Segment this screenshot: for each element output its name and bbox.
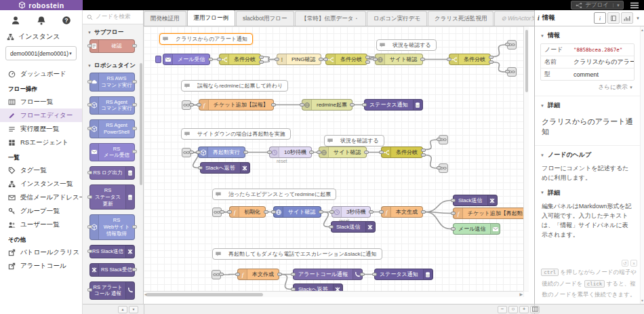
output-port[interactable] (132, 80, 137, 83)
input-port[interactable] (451, 199, 456, 202)
input-port[interactable] (87, 127, 92, 130)
flow-node[interactable]: 条件分岐 (449, 54, 491, 65)
output-port[interactable] (132, 44, 137, 47)
flow-node[interactable]: Slack送信 (331, 221, 376, 233)
flow-tab[interactable]: slackbot用フロー (236, 11, 294, 26)
input-port[interactable] (379, 151, 384, 154)
deploy-button[interactable]: デプロイ ▼ (571, 1, 624, 9)
output-port[interactable] (132, 225, 137, 229)
link-in-node[interactable] (212, 208, 222, 217)
input-port[interactable] (275, 58, 279, 61)
sidebar-item-tag[interactable]: タグ一覧 (0, 163, 82, 177)
output-port[interactable] (264, 210, 268, 214)
link-out-node[interactable] (507, 67, 517, 77)
input-port[interactable] (87, 171, 92, 174)
palette-node[interactable]: RS メール受信 (89, 143, 135, 162)
section-info-header[interactable]: ▼ 情報 (535, 26, 640, 43)
output-port-2[interactable] (421, 153, 426, 157)
flow-tab[interactable]: ロボコン実行デモ (367, 11, 427, 26)
input-port[interactable] (217, 58, 222, 61)
output-port[interactable] (309, 151, 314, 154)
instance-select[interactable]: demo0001(demo0001) ▼ (5, 46, 77, 60)
input-port[interactable] (437, 166, 441, 170)
input-port[interactable] (87, 250, 92, 253)
input-port[interactable] (227, 210, 232, 214)
canvas-hscrollbar[interactable]: ◀ ▶ (144, 291, 523, 297)
canvas-vscrollbar[interactable] (523, 26, 529, 291)
comment-node[interactable]: 再起動してもダメなら電話でエスカレーション&slackに通知 (212, 248, 382, 260)
input-port[interactable] (379, 210, 384, 214)
user-icon[interactable] (11, 16, 20, 25)
flow-tab[interactable]: 【常時】伝票データ・ (295, 11, 366, 26)
sidebar-item-external[interactable]: アラートコール (0, 259, 82, 273)
flow-node[interactable]: 3秒待機reset (331, 206, 371, 218)
palette-scrollbar[interactable] (140, 63, 142, 185)
flow-tab[interactable]: クラリス死活監視用 (428, 11, 494, 26)
sidebar-item-key[interactable]: グループ一覧 (0, 204, 82, 218)
hint-close-icon[interactable]: × (630, 260, 637, 267)
flow-node[interactable]: ステータス通知 (364, 99, 423, 111)
flow-tab[interactable]: 運用フロー例 (187, 10, 235, 26)
output-port[interactable] (350, 103, 355, 106)
tab-debug-chart-icon[interactable] (621, 12, 633, 24)
zoom-reset-button[interactable]: ○ (508, 306, 518, 313)
input-port[interactable] (362, 103, 367, 106)
info-panel-scrollbar[interactable]: ▲▼ (640, 26, 644, 304)
input-port[interactable] (271, 210, 276, 214)
section-detail-header[interactable]: ▼ 詳細 (535, 96, 640, 113)
output-port[interactable] (132, 103, 137, 106)
flow-node[interactable]: サイト確認 (319, 146, 367, 158)
section-help-detail-header[interactable]: ▼ 詳細 (535, 187, 640, 201)
input-port[interactable] (198, 166, 203, 170)
input-port[interactable] (300, 103, 304, 106)
main-menu-button[interactable] (630, 2, 639, 9)
output-port[interactable] (132, 268, 137, 271)
hint-cycle-icon[interactable]: ↺ (622, 260, 628, 267)
palette-node[interactable]: RS Agent コマンド実行 (89, 96, 135, 115)
output-port-2[interactable] (365, 60, 370, 64)
output-port[interactable] (132, 127, 137, 130)
input-port[interactable] (451, 227, 456, 231)
flow-node[interactable]: Slack送信 (453, 195, 498, 206)
palette-node[interactable]: RS アラート コール 通報 (89, 281, 135, 300)
flow-node[interactable]: fチケット追加【誤報】 (199, 99, 274, 111)
flow-node[interactable]: 条件分岐 (381, 146, 423, 158)
flow-node[interactable]: ステータス通知 (374, 269, 433, 280)
input-port[interactable] (87, 80, 92, 83)
input-port[interactable] (87, 103, 92, 106)
notifications-bell-icon[interactable] (37, 16, 46, 25)
sidebar-item-flows[interactable]: フロー一覧 (0, 95, 82, 109)
node-trigger-button[interactable] (155, 56, 161, 63)
flow-node[interactable]: f本文生成 (381, 206, 423, 218)
output-port[interactable] (132, 150, 137, 153)
output-port[interactable] (360, 273, 365, 276)
input-port[interactable] (505, 43, 510, 46)
output-port[interactable] (189, 151, 194, 154)
flow-node[interactable]: f初期化 (229, 206, 266, 218)
flow-tab[interactable]: 開発検証用 (144, 11, 186, 26)
flow-node[interactable]: メール送信 (453, 223, 500, 235)
sidebar-item-agent[interactable]: RSエージェント (0, 136, 82, 149)
tab-info[interactable]: i (594, 12, 606, 24)
input-port[interactable] (87, 288, 92, 292)
palette-node[interactable]: RS Webサイト 情報取得 (89, 214, 135, 239)
flow-node[interactable]: !PING確認 (277, 54, 321, 65)
input-port[interactable] (437, 138, 441, 141)
sidebar-item-external[interactable]: パトロールクラリス (0, 246, 82, 259)
flow-canvas[interactable]: ◀ ▶ クラリスからのアラート通知状況を確認する誤報ならredmineに起票して… (144, 26, 529, 297)
sidebar-item-users[interactable]: ユーザー一覧 (0, 218, 82, 231)
palette-section-header[interactable]: ▼サブフロー (83, 24, 143, 39)
flow-node[interactable]: Slackへ返答 (200, 162, 250, 174)
input-port[interactable] (87, 225, 92, 229)
output-port[interactable] (319, 210, 323, 214)
flow-node[interactable]: redmine起票 (302, 99, 353, 111)
comment-node[interactable]: 治ったらエビデンスとってredmineに起票 (212, 189, 336, 200)
palette-section-header[interactable]: ▼ロボシュタイン (83, 58, 143, 73)
zoom-out-button[interactable]: − (498, 306, 507, 313)
flow-node[interactable]: サイト確認 (375, 54, 423, 65)
output-port[interactable] (369, 210, 374, 214)
input-port[interactable] (87, 195, 92, 199)
output-port-2[interactable] (489, 60, 494, 64)
output-port[interactable] (208, 58, 213, 61)
tab-help-book-icon[interactable] (607, 12, 620, 24)
